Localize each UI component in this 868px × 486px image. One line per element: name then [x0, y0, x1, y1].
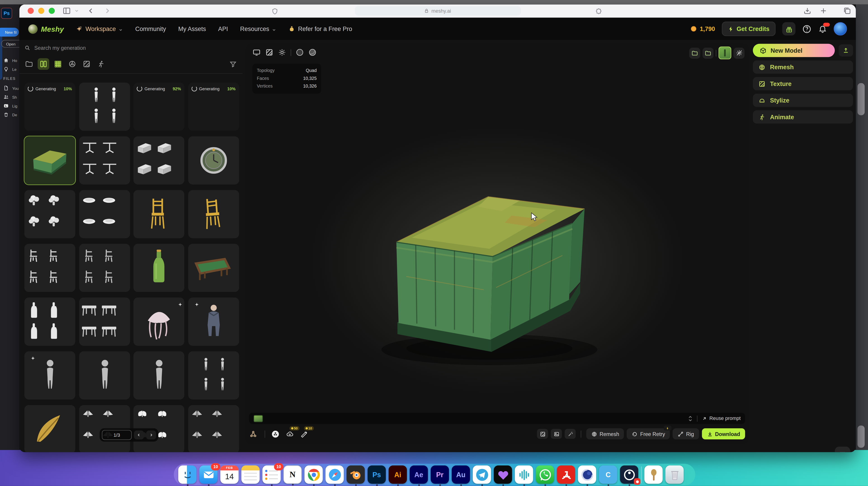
aperture-icon[interactable]	[271, 430, 280, 438]
tab-overview-icon[interactable]	[843, 6, 851, 15]
panel-item-stylize[interactable]: Stylize	[753, 94, 853, 107]
pen-icon[interactable]: 10	[300, 430, 308, 438]
generation-card-suitman[interactable]	[188, 297, 239, 346]
prompt-model-chip[interactable]	[254, 415, 263, 422]
dock-icon-obs[interactable]	[620, 465, 638, 484]
ps-deleted-item[interactable]: De	[3, 112, 17, 117]
generation-card-tables4[interactable]	[79, 136, 130, 184]
dock-icon-audition[interactable]: Au	[452, 465, 470, 484]
forward-button[interactable]	[103, 6, 112, 15]
folder-button[interactable]	[703, 47, 714, 58]
new-tab-icon[interactable]	[819, 6, 828, 15]
generation-card-jellyfish[interactable]	[133, 297, 184, 346]
get-credits-button[interactable]: Get Credits	[722, 22, 776, 36]
generation-card-chairs4b[interactable]	[79, 244, 130, 292]
ps-home-item[interactable]: Ho	[3, 58, 17, 63]
dock-icon-aftereffects[interactable]: Ae	[410, 465, 428, 484]
generation-card-feather[interactable]	[24, 405, 75, 452]
upload-model-button[interactable]	[839, 44, 853, 57]
remesh-button[interactable]: Remesh	[586, 428, 624, 439]
generation-card-tables4w[interactable]	[79, 297, 130, 346]
monitor-icon[interactable]	[252, 48, 261, 57]
nav-resources[interactable]: Resources	[240, 26, 276, 32]
texture-tool-button[interactable]	[537, 429, 548, 439]
ps-learn-item[interactable]: Le	[3, 66, 17, 72]
chevron-down-icon[interactable]	[74, 6, 79, 15]
address-bar[interactable]: meshy.ai	[355, 6, 521, 16]
ps-shared-item[interactable]: Sh	[3, 94, 17, 99]
user-avatar[interactable]	[834, 22, 847, 35]
prompt-bar[interactable]: Reuse prompt	[249, 413, 745, 424]
minimize-window-button[interactable]	[38, 8, 44, 14]
texture-filter-icon[interactable]	[83, 60, 91, 68]
generation-card-figure1[interactable]	[133, 351, 184, 400]
dock-icon-voice-memos[interactable]	[515, 465, 533, 484]
panel-item-texture[interactable]: Texture	[753, 77, 853, 90]
generation-card-desk[interactable]	[24, 136, 75, 184]
generation-card-figures4[interactable]	[79, 83, 130, 131]
panel-item-animate[interactable]: Animate	[753, 110, 853, 123]
ps-your-files-item[interactable]: You	[3, 85, 19, 91]
new-model-button[interactable]: New Model	[753, 44, 835, 57]
generation-card-bottles4[interactable]	[24, 297, 75, 346]
support-chat-button[interactable]	[835, 447, 850, 452]
generation-card-spinner[interactable]: Generating 10%	[24, 83, 75, 131]
dock-icon-notion[interactable]: N	[283, 465, 302, 484]
model-viewport[interactable]: Topology QuadFaces 10,325Vertices 10,326	[246, 44, 748, 445]
generation-card-desks4[interactable]	[133, 136, 184, 184]
zoom-window-button[interactable]	[49, 8, 55, 14]
grid-2col-view-icon[interactable]	[38, 58, 49, 70]
nav-my-assets[interactable]: My Assets	[178, 26, 206, 32]
dock-icon-finder[interactable]	[178, 465, 197, 484]
rig-button[interactable]: Rig	[673, 428, 699, 439]
dock-icon-illustrator[interactable]: Ai	[389, 465, 407, 484]
ps-lightroom-item[interactable]: Lig	[3, 103, 18, 109]
prev-page-button[interactable]	[134, 431, 144, 439]
dock-icon-chrome[interactable]	[305, 465, 323, 484]
dock-icon-whatsapp[interactable]	[536, 465, 554, 484]
render-settings-icon[interactable]	[734, 47, 745, 58]
ps-new-file-button[interactable]: New fil	[0, 28, 19, 36]
generation-card-figure1[interactable]	[24, 351, 75, 400]
animate-filter-icon[interactable]	[97, 60, 105, 68]
dock-icon-spoon-folder[interactable]	[645, 465, 663, 484]
texture-variant-chip[interactable]	[719, 47, 731, 59]
nav-community[interactable]: Community	[135, 26, 166, 32]
panel-item-remesh[interactable]: Remesh	[753, 60, 853, 74]
generation-card-broccoli4[interactable]	[24, 190, 75, 238]
dock-icon-notes[interactable]	[241, 465, 260, 484]
magic-wand-button[interactable]	[565, 429, 576, 439]
matcap-dark-icon[interactable]	[296, 48, 304, 57]
dock-icon-reminders[interactable]: 10	[262, 465, 281, 484]
download-share-icon[interactable]	[803, 6, 811, 15]
generation-card-chair[interactable]	[133, 190, 184, 238]
image-tool-button[interactable]	[551, 429, 562, 439]
credits-balance[interactable]: 1,790	[690, 26, 715, 32]
generation-card-moths4b[interactable]	[188, 405, 239, 452]
next-page-button[interactable]	[146, 431, 156, 439]
scrollbar-thumb[interactable]	[857, 83, 865, 115]
armature-nodes-icon[interactable]	[249, 430, 257, 438]
dock-icon-photoshop[interactable]: Ps	[368, 465, 386, 484]
generation-card-figure1[interactable]	[79, 351, 130, 400]
dock-icon-blender[interactable]	[346, 465, 365, 484]
folder-button[interactable]	[689, 47, 700, 58]
generation-card-spinner[interactable]: Generating 10%	[188, 83, 239, 131]
generation-card-pooltable[interactable]	[188, 244, 239, 292]
matcap-shaded-icon[interactable]	[308, 48, 317, 57]
scrollbar-thumb[interactable]	[857, 426, 865, 448]
filter-icon[interactable]	[229, 60, 237, 68]
wireframe-icon[interactable]	[265, 48, 274, 57]
dock-icon-safari[interactable]	[326, 465, 344, 484]
nav-workspace[interactable]: Workspace	[76, 26, 123, 32]
help-button[interactable]	[802, 24, 812, 34]
dock-icon-premiere[interactable]: Pr	[431, 465, 449, 484]
ps-open-button[interactable]: Open	[1, 40, 20, 48]
reuse-prompt-button[interactable]: Reuse prompt	[702, 416, 741, 421]
prompt-stepper[interactable]	[688, 416, 693, 422]
dock-icon-telegram[interactable]	[473, 465, 491, 484]
dock-icon-heart-app[interactable]	[494, 465, 512, 484]
generation-card-clock[interactable]	[188, 136, 239, 184]
generation-card-chairB[interactable]	[188, 190, 239, 238]
model-filter-icon[interactable]	[68, 60, 76, 68]
